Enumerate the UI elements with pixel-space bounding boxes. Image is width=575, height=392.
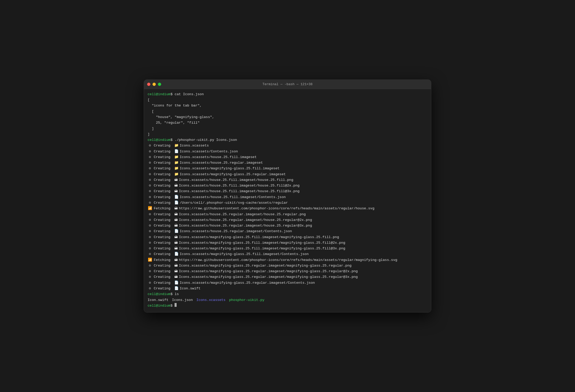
wifi-icon: 📶	[148, 206, 152, 211]
action-line: ⚙Creating 🏔Icons.xcassets/magnifying-gla…	[148, 263, 427, 269]
prompt-user: cell@indium	[148, 92, 170, 97]
action-line: ⚙Creating 📄/Users/cell/.phosphor-uikit/s…	[148, 200, 427, 206]
command-text: ./phosphor-uikit.py Icons.json	[175, 137, 237, 143]
action-line: ⚙Creating 📄Icons.xcassets/magnifying-gla…	[148, 280, 427, 286]
action-line: ⚙Creating 🏔Icons.xcassets/magnifying-gla…	[148, 246, 427, 251]
ls-output: Icon.swift Icons.json Icons.xcassets pho…	[148, 297, 427, 303]
gear-icon: ⚙	[148, 217, 152, 223]
gear-icon: ⚙	[148, 200, 152, 206]
minimize-button[interactable]	[152, 83, 156, 86]
window-title: Terminal — -bash — 121×38	[262, 82, 312, 86]
gear-icon: ⚙	[148, 166, 152, 171]
output-line: ]	[148, 126, 427, 132]
prompt-symbol: $	[170, 303, 175, 309]
gear-icon: ⚙	[148, 194, 152, 200]
action-line: ⚙Creating 📄Icons.xcassets/house.25.regul…	[148, 229, 427, 234]
gear-icon: ⚙	[148, 240, 152, 246]
prompt-user: cell@indium	[148, 291, 170, 297]
gear-icon: ⚙	[148, 229, 152, 234]
action-line: ⚙Creating 📁Icons.xcassets/house.25.regul…	[148, 160, 427, 166]
gear-icon: ⚙	[148, 234, 152, 240]
action-line: ⚙Creating 🏔Icons.xcassets/magnifying-gla…	[148, 234, 427, 240]
output-line: 25, "regular", "fill"	[148, 120, 427, 126]
ls-item: phosphor-uikit.py	[229, 297, 264, 303]
gear-icon: ⚙	[148, 263, 152, 269]
cursor	[175, 303, 177, 307]
prompt-user: cell@indium	[148, 303, 170, 309]
action-line: ⚙Creating 📄Icons.xcassets/magnifying-gla…	[148, 251, 427, 257]
output-line: ]	[148, 132, 427, 137]
action-line: ⚙Creating 🏔Icons.xcassets/house.25.fill.…	[148, 183, 427, 189]
action-line: ⚙Creating 📁Icons.xcassets/house.25.fill.…	[148, 154, 427, 160]
action-line: ⚙Creating 🏔Icons.xcassets/magnifying-gla…	[148, 269, 427, 274]
traffic-lights	[147, 83, 161, 86]
action-line: ⚙Creating 🏔Icons.xcassets/magnifying-gla…	[148, 274, 427, 280]
gear-icon: ⚙	[148, 160, 152, 166]
output-line: [	[148, 109, 427, 114]
output-line: "icons for the tab bar",	[148, 103, 427, 109]
action-line: ⚙Creating 📁Icons.xcassets/magnifying-gla…	[148, 166, 427, 171]
gear-icon: ⚙	[148, 212, 152, 217]
ls-item: Icons.xcassets	[196, 297, 225, 303]
action-line: ⚙Creating 🏔Icons.xcassets/house.25.fill.…	[148, 177, 427, 183]
gear-icon: ⚙	[148, 246, 152, 251]
action-line: 📶Fetching 🏔https://raw.githubusercontent…	[148, 257, 427, 263]
gear-icon: ⚙	[148, 177, 152, 183]
action-line: ⚙Creating 🏔Icons.xcassets/magnifying-gla…	[148, 240, 427, 246]
gear-icon: ⚙	[148, 143, 152, 149]
terminal-body[interactable]: cell@indium$ cat Icons.json [ "icons for…	[144, 89, 431, 312]
gear-icon: ⚙	[148, 172, 152, 177]
gear-icon: ⚙	[148, 223, 152, 229]
close-button[interactable]	[147, 83, 150, 86]
ls-item: Icons.json	[172, 297, 193, 303]
output-line: [	[148, 97, 427, 103]
command-text: cat Icons.json	[175, 92, 204, 97]
action-line: ⚙Creating 📄Icon.swift	[148, 286, 427, 291]
terminal-line: cell@indium$ cat Icons.json	[148, 92, 427, 97]
prompt-user: cell@indium	[148, 137, 170, 143]
action-line: ⚙Creating 🏔Icons.xcassets/house.25.regul…	[148, 223, 427, 229]
terminal-line: cell@indium$ ls	[148, 291, 427, 297]
gear-icon: ⚙	[148, 183, 152, 189]
prompt-symbol: $	[170, 92, 175, 97]
action-line: ⚙Creating 📁Icons.xcassets/magnifying-gla…	[148, 172, 427, 177]
action-line: ⚙Creating 📁Icons.xcassets	[148, 143, 427, 149]
ls-item: Icon.swift	[148, 297, 168, 303]
gear-icon: ⚙	[148, 274, 152, 280]
command-text: ls	[175, 291, 179, 297]
action-line: ⚙Creating 📄Icons.xcassets/house.25.fill.…	[148, 194, 427, 200]
gear-icon: ⚙	[148, 286, 152, 291]
prompt-symbol: $	[170, 137, 175, 143]
maximize-button[interactable]	[158, 83, 161, 86]
title-bar: Terminal — -bash — 121×38	[144, 80, 431, 89]
gear-icon: ⚙	[148, 149, 152, 154]
terminal-line: cell@indium$ ./phosphor-uikit.py Icons.j…	[148, 137, 427, 143]
action-line: ⚙Creating 🏔Icons.xcassets/house.25.fill.…	[148, 189, 427, 194]
gear-icon: ⚙	[148, 189, 152, 194]
action-line: ⚙Creating 🏔Icons.xcassets/house.25.regul…	[148, 217, 427, 223]
gear-icon: ⚙	[148, 280, 152, 286]
wifi-icon: 📶	[148, 257, 152, 263]
action-line: 📶Fetching 🏔https://raw.githubusercontent…	[148, 206, 427, 211]
gear-icon: ⚙	[148, 154, 152, 160]
prompt-symbol: $	[170, 291, 175, 297]
action-line: ⚙Creating 📄Icons.xcassets/Contents.json	[148, 149, 427, 154]
gear-icon: ⚙	[148, 269, 152, 274]
terminal-line-empty: cell@indium$	[148, 303, 427, 309]
output-line: "house", "magnifying-glass",	[148, 114, 427, 120]
terminal-window: Terminal — -bash — 121×38 cell@indium$ c…	[144, 80, 431, 312]
action-line: ⚙Creating 🏔Icons.xcassets/house.25.regul…	[148, 212, 427, 217]
gear-icon: ⚙	[148, 251, 152, 257]
